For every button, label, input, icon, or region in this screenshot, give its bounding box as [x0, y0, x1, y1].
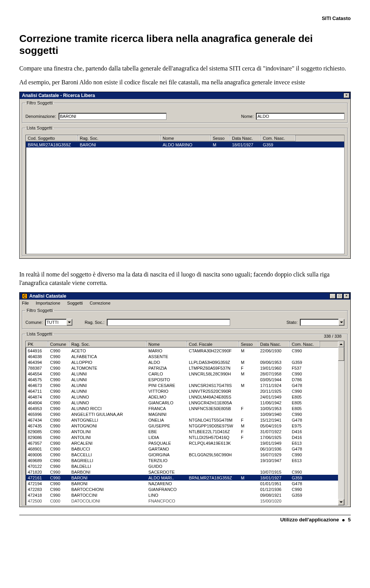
paragraph-1: Compare una finestra che, partendo dalla…	[19, 64, 351, 73]
record-counter: 338 / 338	[324, 334, 341, 338]
close-icon[interactable]: ×	[343, 293, 350, 299]
list-header[interactable]: Cod. Soggetto Rag. Soc. Nome Sesso Data …	[26, 135, 344, 142]
table-row[interactable]: 470122C990BALDELLIGUIDO	[26, 463, 344, 469]
table-row[interactable]: 467957C990ARCALENIPASQUALERCLPQL49A19E61…	[26, 440, 344, 446]
col-cod-soggetto[interactable]: Cod. Soggetto	[26, 135, 78, 141]
menu-item[interactable]: Soggetti	[66, 300, 83, 306]
listview[interactable]: PK Comune Rag. Soc. Nome Cod. Fiscale Se…	[25, 341, 345, 506]
chevron-down-icon[interactable]	[66, 319, 72, 326]
input-denominazione[interactable]	[59, 113, 166, 120]
table-row[interactable]: 467434C990ANTOGNELLIONELIANTGNLO41T55G47…	[26, 417, 344, 423]
paragraph-2: Ad esempio, per Baroni Aldo non esiste i…	[19, 78, 351, 87]
label-comune: Comune:	[25, 320, 43, 325]
footer-bullet-icon	[342, 519, 345, 521]
label-ragsoc: Rag. Soc.:	[85, 320, 104, 325]
combo-stato[interactable]	[300, 319, 345, 326]
table-row[interactable]: 464711C990ALUNNIVITTORIOLNNVTR25S20C990R…	[26, 388, 344, 394]
table-row[interactable]: 464554C990ALUNNICARLOLNNCRL58L28C990HM28…	[26, 371, 344, 377]
table-row[interactable]: 464575C990ALUNNIESPOSITO03/05/1944D786	[26, 377, 344, 382]
table-row[interactable]: 468901C990BABUCCIGARTANO06/10/1936G478	[26, 446, 344, 452]
groupbox-lista: Lista Soggetti Cod. Soggetto Rag. Soc. N…	[22, 126, 348, 256]
table-row[interactable]: 467435C990ANTOGNONIGIUSEPPENTGGPP19D05E9…	[26, 423, 344, 429]
table-row[interactable]: 472194C990BARONINAZARENO01/01/1951G478	[26, 481, 344, 486]
titlebar[interactable]: Analisi Catastale - Ricerca Libera ×	[20, 92, 350, 99]
groupbox-legend: Filtro Soggetti	[25, 101, 54, 105]
input-comune[interactable]	[45, 319, 66, 326]
table-row[interactable]: 644916C990ACETOMARIOCTAMRA30H22C990FM22/…	[26, 348, 344, 353]
listview[interactable]: Cod. Soggetto Rag. Soc. Nome Sesso Data …	[25, 135, 345, 254]
col-sesso[interactable]: Sesso	[211, 135, 230, 141]
label-nome: Nome:	[241, 114, 254, 119]
maximize-icon[interactable]: □	[336, 293, 343, 299]
input-nome[interactable]	[256, 113, 345, 120]
groupbox-legend: Lista Soggetti	[25, 126, 54, 130]
col-com-nasc[interactable]: Com. Nasc.	[290, 341, 320, 347]
combo-comune[interactable]	[45, 319, 72, 326]
scrollbar-vertical[interactable]	[338, 341, 344, 505]
footer-section: Utilizzo dell'applicazione	[280, 517, 339, 523]
page-footer: Utilizzo dell'applicazione 5	[19, 515, 351, 523]
table-row[interactable]: BRNLMR27A18G359ZBARONIALDO MARINOM18/01/…	[26, 142, 344, 147]
input-stato[interactable]	[300, 319, 338, 326]
minimize-icon[interactable]: _	[330, 293, 336, 299]
groupbox-lista: Lista Soggetti 338 / 338 PK Comune Rag. …	[22, 332, 348, 506]
col-nome[interactable]: Nome	[161, 135, 211, 141]
label-denominazione: Denominazione:	[25, 114, 56, 119]
list-header[interactable]: PK Comune Rag. Soc. Nome Cod. Fiscale Se…	[26, 341, 344, 348]
col-data-nasc[interactable]: Data Nasc.	[230, 135, 261, 141]
table-row[interactable]: 472283C990BARTOCCHIONIGIANFRANCO01/12/19…	[26, 486, 344, 492]
window-title: Analisi Catastale	[29, 293, 329, 299]
col-rag-soc[interactable]: Rag. Soc.	[78, 135, 161, 141]
menu-item[interactable]: File	[21, 300, 30, 306]
menu-item[interactable]: Correzione	[89, 300, 111, 306]
col-pk[interactable]: PK	[26, 341, 48, 347]
window-ricerca-libera: Analisi Catastale - Ricerca Libera × Fil…	[19, 92, 351, 259]
col-data-nasc[interactable]: Data Nasc.	[258, 341, 290, 347]
footer-page: 5	[348, 517, 351, 523]
col-rag-soc[interactable]: Rag. Soc.	[69, 341, 146, 347]
groupbox-legend: Filtro Soggetti	[25, 308, 54, 313]
chevron-down-icon[interactable]	[338, 319, 345, 326]
menu-item[interactable]: Importazione	[35, 300, 61, 306]
table-row[interactable]: 472500C000DATOCOLIONIFNANCFOCO15/00/1020	[26, 498, 344, 504]
table-row[interactable]: 464904C990ALUNNOGIANCARLOLNNGCR42H11E805…	[26, 400, 344, 405]
table-row[interactable]: 464394C990ALLOPPIOALDOLLPLDA53H09G359ZM0…	[26, 359, 344, 365]
table-row[interactable]: 829085C990ANTOLINIEBENTLBEE22L71D416ZF31…	[26, 429, 344, 434]
document-header: SITI Catasto	[19, 15, 351, 21]
groupbox-filtro: Filtro Soggetti Comune: Rag. Soc.: Stato…	[22, 308, 348, 329]
app-icon: C	[22, 293, 27, 299]
table-row[interactable]: 788387C990ALTOMONTEPATRIZIALTMPRZ60A59F5…	[26, 365, 344, 371]
table-row[interactable]: 471820C990BARBONISACERDOTE10/07/1915C990	[26, 469, 344, 475]
groupbox-legend: Lista Soggetti	[25, 332, 54, 336]
groupbox-filtro: Filtro Soggetti Denominazione: Nome:	[22, 101, 348, 123]
section-heading: Correzione tramite ricerca libera nella …	[19, 33, 351, 57]
scroll-up-icon[interactable]	[338, 341, 344, 347]
table-row[interactable]: 472418C990BARTOCCINILINO09/08/1921G359	[26, 492, 344, 498]
table-row[interactable]: 464953C990ALUNNO RICCIFRANCALNNFNC53E50E…	[26, 405, 344, 411]
titlebar[interactable]: C Analisi Catastale _ □ ×	[20, 293, 350, 300]
label-stato: Stato:	[286, 320, 298, 325]
window-title: Analisi Catastale - Ricerca Libera	[22, 93, 343, 98]
table-row[interactable]: 464038C990ALFABETICAASSENTE	[26, 353, 344, 359]
menubar[interactable]: FileImportazioneSoggettiCorrezione	[20, 300, 350, 307]
input-ragsoc[interactable]	[107, 319, 230, 326]
table-row[interactable]: 464673C990ALUNNIPINI CESARELNNCSR24S17G4…	[26, 382, 344, 388]
window-analisi-catastale: C Analisi Catastale _ □ × FileImportazio…	[19, 292, 351, 507]
col-com-nasc[interactable]: Com. Nasc.	[261, 135, 296, 141]
col-cod-fiscale[interactable]: Cod. Fiscale	[187, 341, 239, 347]
scrollbar-thumb[interactable]	[338, 347, 344, 361]
paragraph-3: In realtà il nome del soggetto è diverso…	[19, 270, 351, 287]
table-row[interactable]: 469006C990BACCELLIGIORGINABCLGGN29L56C99…	[26, 452, 344, 457]
scroll-down-icon[interactable]	[338, 499, 344, 505]
col-nome[interactable]: Nome	[146, 341, 187, 347]
col-comune[interactable]: Comune	[48, 341, 69, 347]
col-sesso[interactable]: Sesso	[239, 341, 258, 347]
close-icon[interactable]: ×	[343, 93, 350, 98]
table-row[interactable]: 829086C990ANTOLINILIDIANTLLDI25H57D416QF…	[26, 434, 344, 440]
table-row[interactable]: 469689C990BAGRIELLITERZILIO19/10/1947E61…	[26, 457, 344, 463]
scrollbar-track[interactable]	[338, 347, 344, 499]
table-row[interactable]: 464874C990ALUNNOADELMOLNNDLM49A24E805S24…	[26, 394, 344, 400]
table-row[interactable]: 472161C990BARONIALDO MARI..BRNLMR27A18G3…	[26, 475, 344, 481]
table-row[interactable]: 465996C990ANGELETTI GIULIANA,ARMAGNINI10…	[26, 411, 344, 417]
